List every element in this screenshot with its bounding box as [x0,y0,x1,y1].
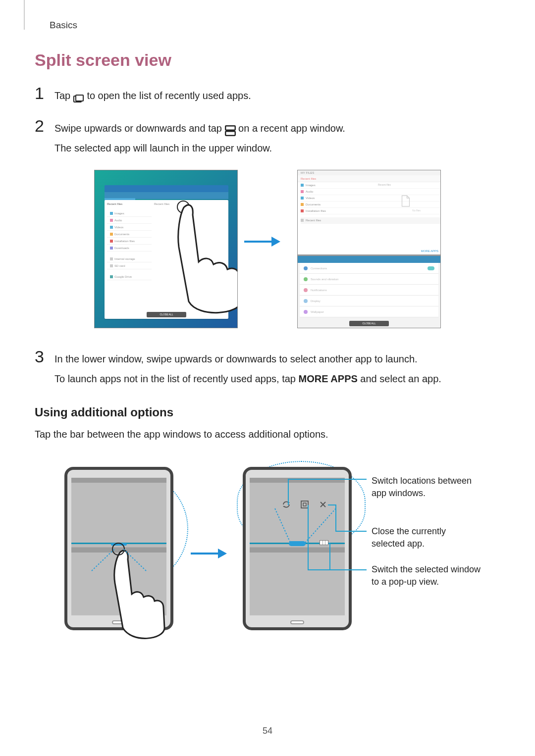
step-2: 2 Swipe upwards or downwards and tap on … [35,117,500,160]
sub-body: Tap the bar between the app windows to a… [35,426,500,442]
list-item: Display [311,300,321,302]
step2-text-b: on a recent app window. [238,123,345,134]
list-item: Installation files [306,209,326,212]
list-item: Audio [306,190,313,193]
step-body: In the lower window, swipe upwards or do… [54,348,500,391]
callout-popup: Switch the selected window to a pop-up v… [372,563,490,588]
svg-marker-11 [218,549,227,558]
hand-pointer-icon [174,202,238,316]
images-icon [301,184,304,187]
popup-handle-indicator [320,540,328,545]
step-1: 1 Tap to open the list of recently used … [35,85,500,107]
card-left-header: Recent files [107,202,122,205]
videos-icon [110,226,113,229]
step3-line2-b: and select an app. [358,373,441,384]
top-right-header: Recent files [378,183,437,186]
images-icon [110,212,113,215]
step-number: 1 [35,85,54,101]
top-app-title: MY FILES [301,171,314,174]
section-label: Basics [50,20,500,31]
svg-line-9 [123,549,146,571]
file-category-list: Images Audio Videos Documents Installati… [107,210,152,280]
step3-line2-a: To launch apps not in the list of recent… [54,373,299,384]
documents-icon [301,203,304,206]
step3-line1: In the lower window, swipe upwards or do… [54,351,500,367]
list-item: Internal storage [114,257,135,260]
drive-icon [110,275,113,278]
top-app-myfiles: MY FILES Recent files Images Audio Video… [298,170,440,254]
display-icon [304,299,308,303]
wallpaper-icon [304,310,308,314]
more-apps-label[interactable]: MORE APPS [421,250,438,252]
card-right-header: Recent files [154,202,169,205]
panel-recents: Recent files Recent files Images Audio V… [94,170,238,328]
panel-split-result: MY FILES Recent files Images Audio Video… [297,170,441,328]
list-item: Documents [114,233,129,236]
sd-icon [110,264,113,267]
svg-rect-1 [76,95,83,101]
audio-icon [301,190,304,193]
list-item: Recent files [306,219,321,222]
top-file-list: Images Audio Videos Documents Installati… [298,182,440,224]
step2-text-a: Swipe upwards or downwards and tap [54,123,225,134]
documents-icon [110,233,113,236]
more-apps-bold: MORE APPS [299,373,358,384]
notif-icon [304,288,308,292]
svg-line-8 [92,549,115,571]
svg-marker-6 [271,237,280,247]
list-item: Documents [306,203,321,206]
sound-icon [304,277,308,281]
home-button[interactable] [290,620,304,624]
step2-line2: The selected app will launch in the uppe… [54,140,500,156]
callout-swap: Switch locations between app windows. [372,475,481,500]
step-body: Tap to open the list of recently used ap… [54,85,500,107]
close-all-button[interactable]: CLOSE ALL [349,321,389,326]
figure-split-screen-demo: Recent files Recent files Images Audio V… [94,170,441,333]
step-number: 2 [35,117,54,134]
list-item: Audio [114,219,122,222]
step-3: 3 In the lower window, swipe upwards or … [35,348,500,391]
recents-card-header-1 [105,185,228,192]
arrow-right-icon [242,234,281,249]
header-rule [24,0,25,30]
connections-icon [304,266,308,270]
list-item: Connections [311,267,327,270]
page-number: 54 [263,726,272,736]
callout-close: Close the currently selected app. [372,525,481,550]
magnifier-wedge-a [74,472,188,586]
top-hdr: Recent files [301,177,316,180]
step1-text-b: to open the list of recently used apps. [87,90,251,101]
downloads-icon [110,247,113,250]
figure-divider-options: Switch locations between app windows. Cl… [45,457,490,675]
list-item: Images [306,184,316,187]
apk-icon [110,240,113,243]
step-number: 3 [35,348,54,365]
subheading: Using additional options [35,405,500,419]
recents-icon [73,92,84,101]
list-item: Sounds and vibration [311,278,338,281]
step-body: Swipe upwards or downwards and tap on a … [54,117,500,160]
videos-icon [301,197,304,200]
list-item: Notifications [311,289,327,292]
storage-icon [110,257,113,260]
list-item: Google Drive [114,275,132,278]
svg-rect-2 [225,126,235,130]
storage-icon [301,219,304,222]
empty-doc-icon [401,195,411,207]
step1-text-a: Tap [54,90,73,101]
list-item: Downloads [114,247,129,250]
list-item: Images [114,212,124,215]
list-item: Videos [306,197,315,200]
svg-rect-3 [225,131,235,136]
list-item: Installation files [114,240,135,243]
toggle[interactable] [428,266,434,270]
list-item: Videos [114,226,123,229]
page-title: Split screen view [35,50,500,70]
split-screen-icon [225,125,236,134]
bottom-app-header [298,256,440,263]
list-item: Wallpaper [311,310,324,313]
leader-lines [282,472,372,581]
arrow-right-icon [188,546,228,561]
empty-label: No files [412,209,421,212]
list-item: SD card [114,264,125,267]
